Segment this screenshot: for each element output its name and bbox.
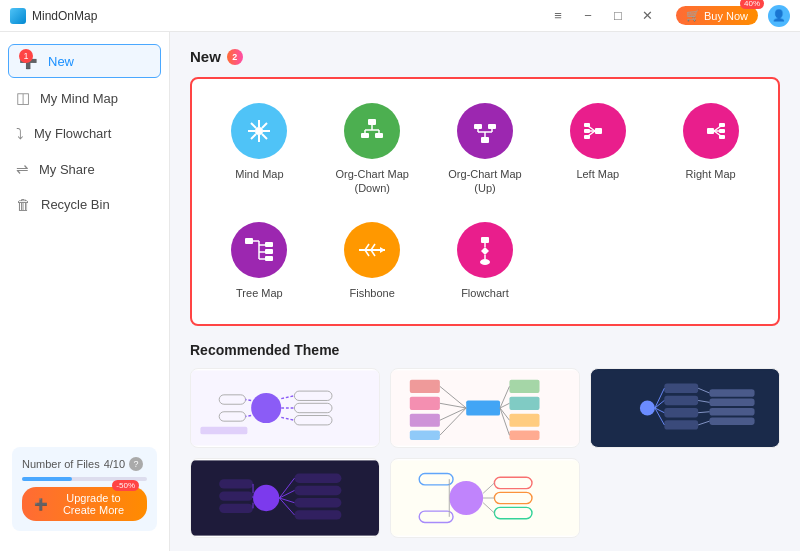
svg-rect-118 (219, 504, 253, 513)
files-info-title: Number of Files 4/10 ? (22, 457, 147, 471)
svg-point-56 (480, 259, 490, 265)
sidebar-item-my-flowchart[interactable]: ⤵ My Flowchart (0, 116, 169, 151)
org-chart-down-icon (344, 103, 400, 159)
hamburger-icon[interactable]: ≡ (550, 8, 566, 23)
right-map-label: Right Map (686, 167, 736, 181)
svg-rect-92 (664, 408, 698, 417)
org-chart-down-label: Org-Chart Map(Down) (336, 167, 409, 196)
svg-rect-28 (584, 129, 590, 133)
svg-rect-117 (219, 491, 253, 500)
right-map-icon (683, 103, 739, 159)
fishbone-icon (344, 222, 400, 278)
sidebar-item-new-label: New (48, 54, 74, 69)
svg-rect-45 (265, 256, 273, 261)
recommended-section-title: Recommended Theme (190, 342, 780, 358)
upgrade-button[interactable]: ➕ Upgrade to Create More -50% (22, 487, 147, 521)
flowchart-icon (457, 222, 513, 278)
svg-line-5 (251, 123, 256, 128)
svg-rect-93 (664, 420, 698, 429)
sidebar-item-recycle-bin[interactable]: 🗑 Recycle Bin (0, 187, 169, 222)
title-bar-left: MindOnMap (10, 8, 97, 24)
app-title: MindOnMap (32, 9, 97, 23)
svg-rect-36 (719, 135, 725, 139)
svg-rect-14 (361, 133, 369, 138)
app-logo (10, 8, 26, 24)
svg-line-8 (262, 134, 267, 139)
maximize-icon[interactable]: □ (610, 8, 626, 23)
flowchart-label: Flowchart (461, 286, 509, 300)
theme-card-3[interactable] (590, 368, 780, 448)
svg-rect-81 (509, 397, 539, 410)
svg-rect-23 (595, 128, 602, 134)
svg-rect-74 (410, 414, 440, 427)
svg-rect-82 (509, 414, 539, 427)
svg-rect-52 (481, 237, 489, 243)
theme-card-2[interactable] (390, 368, 580, 448)
buy-now-button[interactable]: 🛒 Buy Now 40% (676, 6, 758, 25)
template-left-map[interactable]: Left Map (546, 95, 649, 204)
svg-point-89 (640, 400, 655, 415)
template-mind-map[interactable]: Mind Map (208, 95, 311, 204)
minimize-icon[interactable]: − (580, 8, 596, 23)
template-right-map[interactable]: Right Map (659, 95, 762, 204)
svg-rect-91 (664, 396, 698, 405)
svg-point-0 (255, 127, 263, 135)
sidebar-item-my-mind-map[interactable]: ◫ My Mind Map (0, 80, 169, 116)
tree-map-icon (231, 222, 287, 278)
svg-point-123 (449, 481, 483, 515)
svg-rect-108 (294, 473, 341, 482)
progress-fill (22, 477, 72, 481)
left-map-label: Left Map (576, 167, 619, 181)
theme-card-4[interactable] (190, 458, 380, 538)
svg-rect-80 (509, 380, 539, 393)
share-icon: ⇌ (16, 160, 29, 178)
svg-rect-30 (707, 128, 714, 134)
svg-rect-72 (410, 380, 440, 393)
svg-marker-54 (481, 247, 489, 255)
template-org-chart-down[interactable]: Org-Chart Map(Down) (321, 95, 424, 204)
svg-marker-47 (380, 247, 385, 253)
template-org-chart-up[interactable]: Org-Chart Map (Up) (434, 95, 537, 204)
svg-rect-73 (410, 397, 440, 410)
files-info: Number of Files 4/10 ? ➕ Upgrade to Crea… (12, 447, 157, 531)
svg-rect-43 (265, 242, 273, 247)
svg-rect-90 (664, 383, 698, 392)
svg-rect-69 (200, 427, 247, 435)
theme-card-5[interactable] (390, 458, 580, 538)
recycle-icon: 🗑 (16, 196, 31, 213)
svg-rect-17 (488, 124, 496, 129)
flowchart-icon: ⤵ (16, 125, 24, 142)
svg-rect-44 (265, 249, 273, 254)
themes-grid (190, 368, 780, 538)
template-fishbone[interactable]: Fishbone (321, 214, 424, 308)
left-map-icon (570, 103, 626, 159)
sidebar-item-new[interactable]: 1 ➕ New (8, 44, 161, 78)
svg-rect-71 (466, 400, 500, 415)
svg-rect-111 (294, 510, 341, 519)
sidebar: 1 ➕ New ◫ My Mind Map ⤵ My Flowchart ⇌ M… (0, 32, 170, 551)
templates-grid: Mind Map (208, 95, 762, 308)
theme-card-1[interactable] (190, 368, 380, 448)
svg-rect-116 (219, 479, 253, 488)
template-tree-map[interactable]: Tree Map (208, 214, 311, 308)
template-flowchart[interactable]: Flowchart (434, 214, 537, 308)
sidebar-item-my-share[interactable]: ⇌ My Share (0, 151, 169, 187)
svg-rect-34 (719, 123, 725, 127)
svg-rect-83 (509, 430, 539, 439)
svg-rect-37 (245, 238, 253, 244)
avatar[interactable]: 👤 (768, 5, 790, 27)
mind-map-label: Mind Map (235, 167, 283, 181)
sidebar-label-my-mind-map: My Mind Map (40, 91, 118, 106)
svg-rect-100 (709, 408, 754, 416)
help-icon[interactable]: ? (129, 457, 143, 471)
mind-map-icon: ◫ (16, 89, 30, 107)
svg-rect-9 (368, 119, 376, 125)
sidebar-label-recycle-bin: Recycle Bin (41, 197, 110, 212)
mind-map-template-icon (231, 103, 287, 159)
sidebar-bottom: Number of Files 4/10 ? ➕ Upgrade to Crea… (0, 437, 169, 541)
close-icon[interactable]: ✕ (640, 8, 656, 23)
svg-line-7 (251, 134, 256, 139)
svg-point-107 (253, 485, 279, 511)
main-layout: 1 ➕ New ◫ My Mind Map ⤵ My Flowchart ⇌ M… (0, 32, 800, 551)
sidebar-label-my-flowchart: My Flowchart (34, 126, 111, 141)
